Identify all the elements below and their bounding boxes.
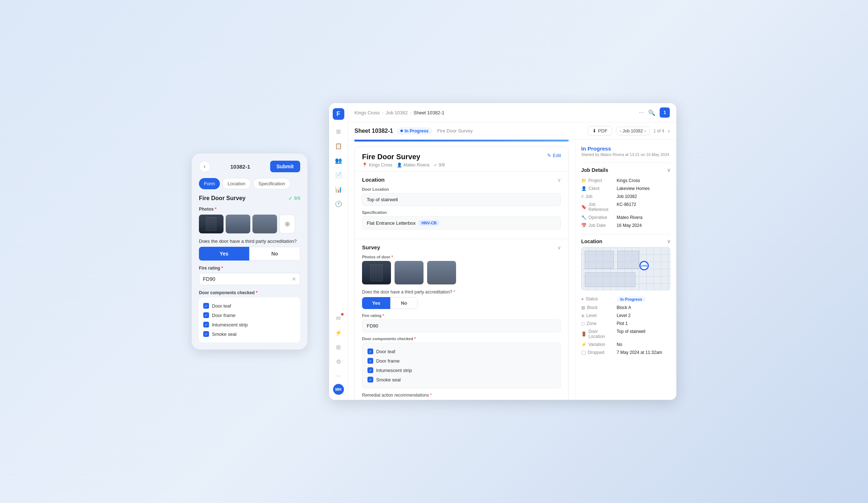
- survey-collapse-icon[interactable]: ∨: [557, 245, 561, 250]
- mobile-photo-1[interactable]: [199, 215, 224, 233]
- form-meta-progress: ✓ 9/9: [434, 162, 445, 168]
- mobile-photos-row: ⊕: [199, 215, 300, 233]
- page-nav-next[interactable]: ›: [668, 128, 670, 134]
- dc-check-door-leaf: ✓: [367, 348, 373, 354]
- mobile-yes-button[interactable]: Yes: [199, 247, 249, 261]
- right-value-door-location: Top of stairwell: [617, 329, 671, 334]
- right-row-client: 👤 Client Lakeview Homes: [581, 185, 671, 193]
- mobile-checkbox-door-frame[interactable]: ✓ Door frame: [203, 310, 296, 320]
- sidebar-icon-lightning[interactable]: ⚡: [332, 326, 345, 339]
- survey-photo-2[interactable]: [395, 261, 424, 284]
- breadcrumb: Kings Cross › Job 10382 › Sheet 10382-1: [354, 110, 444, 115]
- mobile-form-title-row: Fire Door Survey ✓ 9/9: [199, 195, 300, 202]
- location-details-collapse-icon[interactable]: ∨: [667, 238, 671, 244]
- sidebar-user-avatar[interactable]: MH: [333, 384, 344, 395]
- mobile-question-third-party: Does the door have a third party accredi…: [199, 238, 300, 244]
- location-collapse-icon[interactable]: ∨: [557, 177, 561, 183]
- top-nav-actions: ··· 🔍 1: [639, 107, 670, 118]
- breadcrumb-kings-cross[interactable]: Kings Cross: [354, 110, 380, 115]
- right-panel: In Progress Started by Mateo Rivera at 1…: [575, 140, 676, 400]
- sidebar-icon-grid[interactable]: ⊞: [332, 341, 345, 354]
- right-row-zone: ◻ Zone Plot 1: [581, 320, 671, 327]
- nav-more-button[interactable]: ···: [639, 109, 644, 116]
- sidebar-icon-home[interactable]: ⊞: [332, 125, 345, 138]
- dc-door-frame[interactable]: ✓ Door frame: [367, 356, 556, 365]
- mobile-checkbox-intumescent-strip[interactable]: ✓ Intumescent strip: [203, 320, 296, 329]
- status-badge: In Progress: [397, 127, 432, 135]
- job-details-collapse-icon[interactable]: ∨: [667, 167, 671, 173]
- survey-photo-1[interactable]: [362, 261, 391, 284]
- survey-type-label: Fire Door Survey: [437, 128, 473, 134]
- job-reference-icon: 🔖: [581, 204, 587, 210]
- right-panel-started-by: Started by Mateo Rivera at 13:21 on 16 M…: [581, 152, 671, 157]
- right-row-dropped: ◯ Dropped 7 May 2024 at 11:32am: [581, 348, 671, 356]
- right-label-dropped: ◯ Dropped: [581, 350, 614, 355]
- client-icon: 👤: [581, 186, 587, 191]
- sheet-title: Sheet 10382-1: [354, 128, 393, 134]
- dc-check-door-frame: ✓: [367, 358, 373, 364]
- edit-button[interactable]: ✎ Edit: [547, 153, 561, 158]
- nav-search-button[interactable]: 🔍: [648, 109, 655, 116]
- status-icon: ●: [581, 296, 584, 301]
- sidebar-icon-more[interactable]: ···: [332, 369, 345, 382]
- edit-icon: ✎: [547, 153, 551, 158]
- operative-icon: 🔧: [581, 215, 587, 220]
- map-preview[interactable]: 3456: [581, 247, 671, 291]
- mobile-no-button[interactable]: No: [249, 247, 300, 261]
- job-details-title: Job Details ∨: [581, 167, 671, 173]
- job-nav: ‹ Job 10382 ›: [616, 127, 650, 135]
- mobile-fire-rating-label: Fire rating *: [199, 266, 300, 271]
- job-nav-next[interactable]: ›: [644, 128, 646, 134]
- sidebar-notification[interactable]: ✉: [332, 312, 345, 325]
- pdf-button[interactable]: ⬇ PDF: [588, 126, 612, 136]
- remedial-label: Remedial action recommendations *: [362, 393, 561, 398]
- third-party-no-button[interactable]: No: [390, 297, 417, 309]
- mobile-yes-no-row: Yes No: [199, 247, 300, 261]
- mobile-clear-fire-rating[interactable]: ✕: [292, 276, 296, 282]
- mobile-photo-3[interactable]: [252, 215, 277, 233]
- mobile-add-photo-button[interactable]: ⊕: [279, 215, 295, 233]
- mobile-checkbox-smoke-seal[interactable]: ✓ Smoke seal: [203, 329, 296, 339]
- fire-rating-label-desktop: Fire rating *: [362, 313, 561, 318]
- dc-door-leaf[interactable]: ✓ Door leaf: [367, 347, 556, 356]
- form-meta-operative: 👤 Mateo Rivera: [397, 162, 429, 168]
- breadcrumb-sheet[interactable]: Sheet 10382-1: [414, 110, 444, 115]
- sidebar-icon-settings[interactable]: ⚙: [332, 355, 345, 368]
- right-panel-status: In Progress: [581, 145, 671, 152]
- sidebar-icon-reports[interactable]: 📊: [332, 183, 345, 196]
- map-pin: 3456: [639, 261, 649, 270]
- specification-label: Specification: [362, 210, 561, 215]
- mobile-checkbox-door-leaf[interactable]: ✓ Door leaf: [203, 301, 296, 310]
- sidebar-icon-users[interactable]: 👥: [332, 154, 345, 167]
- right-row-door-location: 🚪 Door Location Top of stairwell: [581, 327, 671, 341]
- door-icon: 🚪: [581, 331, 587, 337]
- mobile-tab-location[interactable]: Location: [222, 178, 251, 189]
- sidebar-icon-forms[interactable]: 📋: [332, 139, 345, 152]
- right-status-badge: In Progress: [617, 296, 646, 302]
- mobile-submit-button[interactable]: Submit: [270, 161, 300, 172]
- form-card-title: Fire Door Survey: [362, 153, 445, 161]
- mobile-checkbox-list: ✓ Door leaf ✓ Door frame ✓ Intumescent s…: [199, 297, 300, 342]
- sidebar-icon-documents[interactable]: 📄: [332, 168, 345, 181]
- right-label-door-location: 🚪 Door Location: [581, 329, 614, 339]
- dc-smoke-seal[interactable]: ✓ Smoke seal: [367, 375, 556, 384]
- dc-intumescent-strip[interactable]: ✓ Intumescent strip: [367, 365, 556, 375]
- zone-icon: ◻: [581, 321, 585, 326]
- location-section-header: Location ∨: [362, 177, 561, 183]
- third-party-yes-button[interactable]: Yes: [362, 297, 390, 309]
- content-area: Fire Door Survey 📍 Kings Cross 👤 Mateo R…: [348, 140, 676, 400]
- survey-photo-3[interactable]: [427, 261, 456, 284]
- job-nav-prev[interactable]: ‹: [620, 128, 621, 134]
- mobile-tab-specification[interactable]: Specification: [253, 178, 291, 189]
- breadcrumb-job[interactable]: Job 10382: [386, 110, 408, 115]
- sidebar-icon-clock[interactable]: 🕐: [332, 197, 345, 210]
- door-location-field: Door Location Top of stairwell: [362, 187, 561, 206]
- mobile-tab-form[interactable]: Form: [199, 178, 220, 189]
- mobile-back-button[interactable]: ‹: [199, 161, 210, 172]
- mobile-check-icon-door-leaf: ✓: [203, 303, 209, 309]
- mobile-photo-2[interactable]: [226, 215, 250, 233]
- location-section-title: Location: [362, 177, 385, 183]
- mobile-fire-rating-input[interactable]: FD90 ✕: [199, 273, 300, 285]
- nav-notification-badge[interactable]: 1: [660, 107, 670, 118]
- door-components-label-desktop: Door components checked *: [362, 337, 561, 341]
